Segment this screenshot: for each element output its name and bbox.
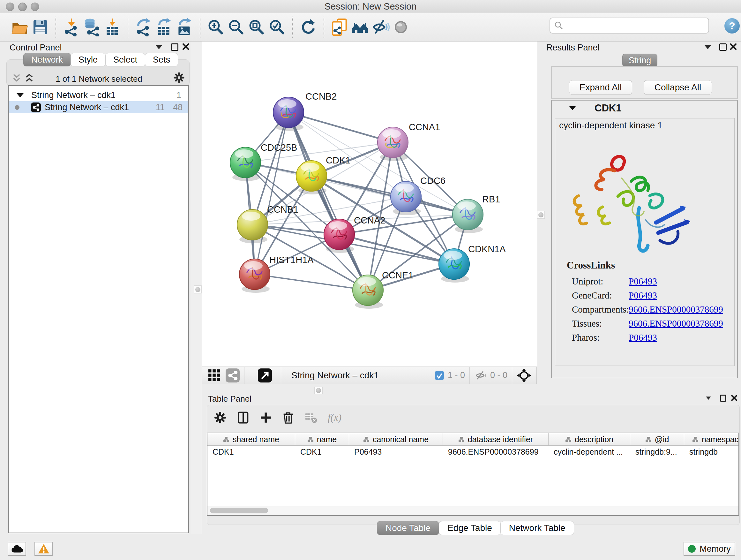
results-panel-close-icon[interactable]	[730, 43, 737, 51]
apply-layout-button[interactable]	[298, 16, 319, 38]
table-horizontal-scrollbar[interactable]	[207, 506, 738, 515]
hide-unhide-button[interactable]	[370, 16, 391, 38]
warnings-button[interactable]	[35, 542, 53, 556]
zoom-out-button[interactable]	[226, 16, 246, 38]
export-image-button[interactable]	[174, 16, 195, 38]
network-options-gear-icon[interactable]	[173, 71, 185, 84]
node-CCNB1[interactable]: CCNB1	[237, 204, 298, 240]
network-tree-root-row[interactable]: String Network – cdk1 1	[9, 89, 188, 101]
control-panel-title: Control Panel	[10, 43, 62, 53]
control-panel-menu-icon[interactable]	[156, 45, 162, 49]
column-header-shared-name[interactable]: shared name	[207, 433, 295, 445]
import-table-from-file-button[interactable]	[102, 16, 123, 38]
left-splitter-handle[interactable]	[194, 286, 202, 294]
edge-CCNB2-CCNA1[interactable]	[288, 112, 393, 142]
grid-view-icon[interactable]	[208, 369, 221, 382]
tab-edge-table[interactable]: Edge Table	[439, 521, 501, 535]
clone-network-button[interactable]	[329, 16, 350, 38]
cloud-status-button[interactable]	[8, 542, 26, 556]
crosslink-link[interactable]: 9606.ENSP00000378699	[629, 318, 723, 329]
tab-sets[interactable]: Sets	[145, 53, 178, 66]
results-panel-menu-icon[interactable]	[704, 45, 711, 49]
tab-node-table[interactable]: Node Table	[377, 521, 439, 535]
show-columns-icon[interactable]	[237, 411, 250, 425]
column-header-@id[interactable]: @id	[630, 433, 684, 445]
string-home-button[interactable]	[350, 16, 370, 38]
zoom-in-button[interactable]	[205, 16, 226, 38]
add-icon[interactable]	[259, 411, 272, 424]
edge-HIST1H1A-CCNE1[interactable]	[255, 274, 368, 290]
node-HIST1H1A[interactable]: HIST1H1A	[239, 255, 314, 290]
expand-all-button[interactable]: Expand All	[569, 80, 632, 95]
hidden-eye-slash-icon	[474, 370, 487, 381]
tab-string[interactable]: String	[622, 54, 657, 67]
table-panel-menu-icon[interactable]	[706, 396, 711, 400]
node-CDKN1A[interactable]: CDKN1A	[439, 244, 506, 279]
delete-trash-icon[interactable]	[282, 411, 294, 425]
help-button[interactable]: ?	[724, 18, 740, 34]
tab-network-table[interactable]: Network Table	[500, 521, 574, 535]
search-input[interactable]	[563, 20, 699, 31]
column-header-namespace[interactable]: namespace	[684, 433, 739, 445]
tab-network[interactable]: Network	[23, 53, 71, 66]
results-panel-float-icon[interactable]	[719, 44, 727, 51]
save-session-button[interactable]	[30, 16, 51, 38]
expand-all-icon[interactable]	[24, 73, 35, 82]
control-panel-float-icon[interactable]	[171, 44, 179, 51]
tab-style[interactable]: Style	[71, 53, 106, 66]
table-cell[interactable]: stringdb	[684, 446, 739, 458]
zoom-fit-button[interactable]	[246, 16, 267, 38]
table-cell[interactable]: 9606.ENSP00000378699	[443, 446, 549, 458]
network-tree-child-row[interactable]: String Network – cdk1 11 48	[9, 101, 188, 113]
crosslink-link[interactable]: P06493	[629, 290, 657, 301]
control-panel-close-icon[interactable]	[182, 43, 190, 51]
toolbar-search-box[interactable]	[549, 17, 709, 34]
table-cell[interactable]: CDK1	[295, 446, 349, 458]
network-graph[interactable]: CCNB2CCNA1CDC25BCDK1CDC6RB1CCNB1CCNA2CDK…	[202, 42, 537, 367]
node-CDK1[interactable]: CDK1	[296, 155, 350, 191]
zoom-selected-button[interactable]	[267, 16, 287, 38]
crosslink-link[interactable]: P06493	[629, 332, 657, 343]
table-cell[interactable]: stringdb:9...	[630, 446, 684, 458]
table-panel-close-icon[interactable]	[731, 395, 738, 401]
table-cell[interactable]: cyclin-dependent ...	[549, 446, 630, 458]
node-CCNB2[interactable]: CCNB2	[273, 91, 337, 128]
bottom-splitter-handle[interactable]	[314, 387, 323, 394]
open-session-button[interactable]	[10, 16, 30, 38]
tab-select[interactable]: Select	[105, 53, 145, 66]
column-header-name[interactable]: name	[295, 433, 349, 445]
column-header-canonical-name[interactable]: canonical name	[349, 433, 443, 445]
column-header-description[interactable]: description	[549, 433, 630, 445]
selected-checkbox-icon[interactable]	[435, 371, 444, 380]
crosslink-link[interactable]: 9606.ENSP00000378699	[629, 304, 723, 315]
table-cell[interactable]: CDK1	[207, 446, 295, 458]
eye-disabled-button[interactable]	[391, 16, 411, 38]
table-settings-gear-icon[interactable]	[213, 411, 227, 424]
import-network-from-file-button[interactable]	[61, 16, 82, 38]
memory-button[interactable]: Memory	[684, 542, 735, 556]
collapse-all-button[interactable]: Collapse All	[644, 80, 712, 95]
entry-description: cyclin-dependent kinase 1	[559, 120, 663, 131]
network-view-share-icon[interactable]	[226, 368, 240, 382]
zoom-selected-icon	[268, 18, 286, 36]
edge-CCNB2-HIST1H1A[interactable]	[255, 112, 288, 274]
right-splitter-handle[interactable]	[537, 211, 545, 219]
node-table[interactable]: shared namenamecanonical namedatabase id…	[207, 433, 739, 516]
node-RB1[interactable]: RB1	[453, 194, 500, 230]
table-panel-float-icon[interactable]	[720, 395, 726, 401]
column-header-database-identifier[interactable]: database identifier	[443, 433, 549, 445]
network-canvas[interactable]: CCNB2CCNA1CDC25BCDK1CDC6RB1CCNB1CCNA2CDK…	[202, 42, 537, 367]
node-CCNA1[interactable]: CCNA1	[378, 122, 440, 158]
collapse-all-icon[interactable]	[11, 73, 22, 82]
entry-expander-icon[interactable]	[569, 106, 576, 110]
table-row[interactable]: CDK1CDK1P064939606.ENSP00000378699cyclin…	[207, 446, 738, 458]
detach-view-icon[interactable]	[258, 368, 272, 382]
import-network-from-database-button[interactable]	[82, 16, 102, 38]
fit-selected-crosshair-icon[interactable]	[517, 368, 531, 383]
export-network-button[interactable]	[133, 16, 154, 38]
scrollbar-thumb[interactable]	[210, 508, 268, 513]
table-cell[interactable]: P06493	[349, 446, 443, 458]
export-table-button[interactable]	[154, 16, 174, 38]
crosslink-link[interactable]: P06493	[629, 276, 657, 287]
tree-expander-icon[interactable]	[17, 93, 23, 98]
